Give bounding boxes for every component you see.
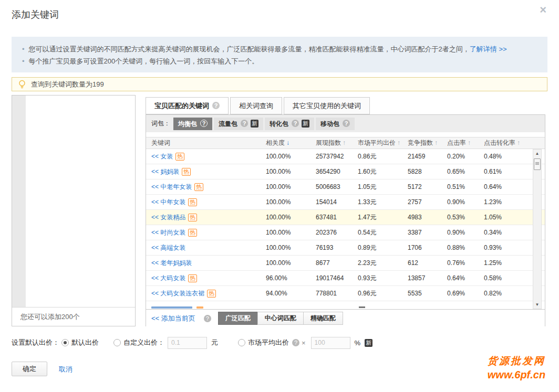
sort-asc-icon[interactable]: ↑: [343, 139, 346, 146]
relevance-value: 100.00%: [266, 214, 291, 221]
column-label: 点击率: [447, 139, 466, 146]
cvr-value: 1.23%: [484, 198, 502, 206]
match-button[interactable]: 广泛匹配: [218, 312, 258, 325]
ctr-cell: 0.65%: [447, 168, 484, 175]
table-header: 关键词相关度↓展现指数↑市场平均出价↑竞争指数↑点击率↑点击转化率↑: [146, 137, 545, 149]
keyword-link[interactable]: << 中年女装: [151, 198, 185, 206]
competition-cell: 13857: [408, 274, 447, 282]
market-percent-input[interactable]: [311, 337, 350, 349]
avg_price-cell: 1.47元: [358, 213, 408, 222]
sort-asc-icon[interactable]: ↑: [434, 139, 438, 146]
competition-value: 612: [408, 259, 418, 267]
default-bid-radio[interactable]: [61, 339, 69, 346]
confirm-button[interactable]: 确定: [12, 362, 47, 376]
help-icon[interactable]: ?: [200, 120, 208, 127]
avg_price-cell: 0.89元: [358, 243, 408, 252]
keyword-link[interactable]: << 大码女装连衣裙: [151, 290, 204, 297]
help-icon[interactable]: ?: [292, 120, 299, 127]
tab-label: 相关词查询: [239, 102, 273, 110]
avg_price-cell: 1.60元: [358, 167, 408, 176]
relevance-value: 100.00%: [266, 168, 291, 175]
keyword-link[interactable]: << 老年妈妈装: [151, 259, 192, 267]
keyword-link[interactable]: << 高端女装: [151, 244, 185, 251]
help-icon[interactable]: ?: [292, 339, 299, 346]
competition-value: 5828: [408, 168, 422, 175]
table-scrollbar[interactable]: ▲ ▼: [533, 149, 542, 309]
word-pack-button[interactable]: 移动包?: [316, 118, 355, 130]
help-icon[interactable]: ?: [204, 315, 211, 322]
sort-asc-icon[interactable]: ↑: [517, 139, 520, 146]
match-button[interactable]: 中心词匹配: [257, 312, 304, 325]
column-header[interactable]: 市场平均出价↑: [358, 139, 408, 147]
word-pack-button[interactable]: 转化包?新: [265, 118, 314, 130]
column-header[interactable]: 相关度↓: [266, 139, 316, 147]
table-footer-bar: << 添加当前页 ? 广泛匹配中心词匹配精确匹配: [146, 309, 545, 327]
hot-badge: 热: [188, 198, 197, 206]
bullet-dot: •: [22, 45, 25, 53]
column-header[interactable]: 关键词: [146, 139, 266, 147]
custom-bid-input[interactable]: [168, 337, 207, 349]
column-header[interactable]: 竞争指数↑: [408, 139, 447, 147]
impressions-value: 76193: [316, 244, 333, 251]
keyword-link[interactable]: << 大码女装: [151, 274, 185, 282]
tab-2[interactable]: 相关词查询: [230, 97, 282, 114]
add-current-page-link[interactable]: << 添加当前页: [151, 314, 195, 323]
learn-more-link[interactable]: 了解详情 >>: [470, 45, 507, 53]
column-header[interactable]: 点击率↑: [447, 139, 484, 147]
hot-badge: 热: [175, 153, 184, 161]
help-icon[interactable]: ?: [212, 102, 220, 109]
table-row: << 大码女装热96.00%190174640.93元138570.64%0.5…: [146, 271, 545, 286]
match-button[interactable]: 精确匹配: [303, 312, 343, 325]
ctr-cell: 0.51%: [447, 183, 484, 190]
impressions-cell: 8677: [316, 259, 358, 267]
ctr-value: 0.90%: [447, 229, 465, 236]
keyword-link[interactable]: << 女装精品: [151, 214, 185, 221]
cancel-link[interactable]: 取消: [59, 365, 73, 374]
cvr-cell: 0.64%: [484, 183, 535, 190]
avg_price-value: 0.89元: [358, 244, 376, 251]
help-icon[interactable]: ?: [241, 120, 248, 127]
close-icon[interactable]: ×: [540, 4, 546, 16]
keyword-cell: << 中年女装热: [146, 198, 266, 207]
keyword-cell: << 大码女装热: [146, 274, 266, 283]
relevance-cell: 100.00%: [266, 183, 316, 190]
tab-label: 其它宝贝使用的关键词: [293, 102, 361, 110]
avg_price-value: 0.96元: [358, 290, 376, 297]
keyword-link[interactable]: << 中老年女装: [151, 183, 192, 190]
hot-badge: 热: [207, 290, 216, 298]
column-header[interactable]: 展现指数↑: [316, 139, 358, 147]
impressions-value: 3654290: [316, 168, 340, 175]
sort-asc-icon[interactable]: ↑: [468, 139, 471, 146]
tab-1[interactable]: 宝贝匹配的关键词?: [146, 97, 229, 114]
competition-value: 3387: [408, 229, 422, 236]
scrollbar-thumb[interactable]: [534, 158, 541, 170]
keyword-textarea[interactable]: [12, 96, 135, 308]
word-pack-active[interactable]: 均衡包?: [173, 118, 212, 130]
scroll-up-icon[interactable]: ▲: [533, 150, 541, 157]
custom-bid-radio[interactable]: [113, 339, 121, 346]
relevance-value: 100.00%: [266, 183, 291, 190]
keyword-link[interactable]: << 女装: [151, 153, 173, 160]
market-price-radio[interactable]: [238, 339, 245, 346]
cvr-value: 1.25%: [484, 259, 502, 267]
cvr-cell: 1.25%: [484, 259, 535, 267]
page-title: 添加关键词: [12, 8, 59, 21]
keyword-cell: << 时尚女装热: [146, 228, 266, 237]
word-pack-button[interactable]: 流量包?新: [214, 118, 263, 130]
ctr-value: 0.53%: [447, 214, 465, 221]
competition-value: 1706: [408, 244, 422, 251]
competition-value: 13857: [408, 274, 425, 282]
keyword-link[interactable]: << 时尚女装: [151, 229, 185, 236]
keyword-cell: << 中老年女装热: [146, 183, 266, 192]
sort-asc-icon[interactable]: ↑: [397, 139, 400, 146]
table-row: << 女装热100.00%257379420.86元214590.20%0.48…: [146, 149, 545, 164]
column-header[interactable]: 点击转化率↑: [484, 139, 535, 147]
help-icon[interactable]: ?: [343, 120, 350, 127]
scroll-down-icon[interactable]: ▼: [533, 301, 541, 309]
yuan-label: 元: [211, 338, 218, 347]
sort-desc-icon[interactable]: ↓: [286, 139, 289, 146]
competition-value: 21459: [408, 153, 425, 160]
keyword-link[interactable]: << 妈妈装: [151, 168, 179, 175]
textarea-gutter: [12, 96, 26, 307]
tab-3[interactable]: 其它宝贝使用的关键词: [284, 97, 370, 114]
